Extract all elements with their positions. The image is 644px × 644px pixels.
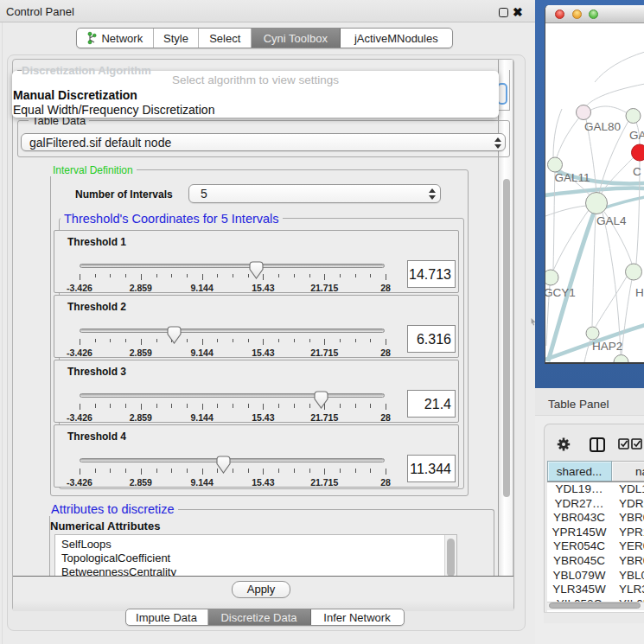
svg-text:HAP2: HAP2 xyxy=(592,340,622,353)
svg-text:GA: GA xyxy=(629,129,644,142)
svg-text:GAL80: GAL80 xyxy=(584,120,621,133)
svg-text:GAL11: GAL11 xyxy=(555,171,590,184)
svg-text:C: C xyxy=(633,165,641,178)
svg-text:H: H xyxy=(635,286,644,299)
svg-text:GAL4: GAL4 xyxy=(596,214,627,227)
svg-text:GCY1: GCY1 xyxy=(545,286,576,299)
